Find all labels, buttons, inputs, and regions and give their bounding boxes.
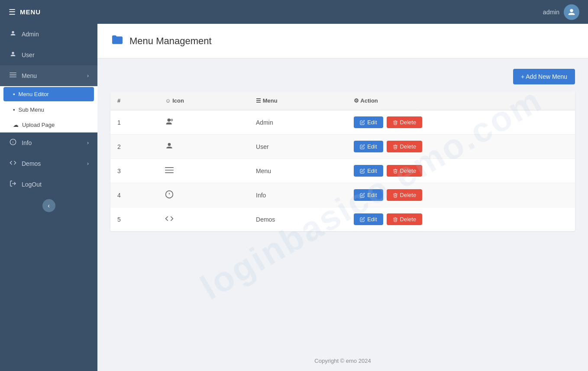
table-row: 2 User Edit xyxy=(110,135,575,159)
sidebar-label-user: User xyxy=(22,52,35,58)
row1-actions: Edit Delete xyxy=(347,110,575,135)
folder-icon xyxy=(110,32,124,49)
menu-editor-icon: ▪ xyxy=(13,91,15,97)
navbar-left: ☰ MENU xyxy=(9,7,41,17)
col-menu: ☰ Menu xyxy=(249,91,347,110)
demos-chevron-icon: › xyxy=(87,161,89,167)
row5-actions: Edit Delete xyxy=(347,207,575,232)
sub-menu-icon: ▪ xyxy=(13,106,15,113)
svg-point-0 xyxy=(570,9,573,12)
collapse-sidebar-button[interactable]: ‹ xyxy=(42,199,55,212)
row2-num: 2 xyxy=(110,135,158,159)
svg-rect-13 xyxy=(165,167,174,168)
sidebar: Admin User Menu › ▪ Menu Editor xyxy=(0,24,97,371)
svg-point-2 xyxy=(12,52,14,54)
col-number: # xyxy=(110,91,158,110)
svg-rect-4 xyxy=(10,74,16,75)
row2-actions: Edit Delete xyxy=(347,135,575,159)
navbar-right: admin xyxy=(543,4,579,20)
table-row: 5 Demos Edit xyxy=(110,207,575,232)
add-new-menu-button[interactable]: + Add New Menu xyxy=(513,69,575,84)
row3-num: 3 xyxy=(110,159,158,183)
sidebar-item-demos[interactable]: Demos › xyxy=(0,153,97,174)
avatar[interactable] xyxy=(564,4,579,20)
sidebar-item-user[interactable]: User xyxy=(0,45,97,65)
row3-delete-button[interactable]: Delete xyxy=(387,165,423,177)
svg-point-12 xyxy=(168,143,171,146)
sidebar-item-logout[interactable]: LogOut xyxy=(0,174,97,195)
row5-delete-button[interactable]: Delete xyxy=(387,213,423,225)
hamburger-icon[interactable]: ☰ xyxy=(9,7,16,17)
col-icon: ☺ Icon xyxy=(158,91,249,110)
user-icon xyxy=(9,51,17,59)
row2-edit-button[interactable]: Edit xyxy=(354,141,383,152)
admin-icon xyxy=(9,30,17,39)
row4-icon xyxy=(158,183,249,207)
table-body: 1 + Admin Edit xyxy=(110,110,575,232)
sidebar-item-admin[interactable]: Admin xyxy=(0,24,97,45)
sidebar-item-info[interactable]: i Info › xyxy=(0,132,97,153)
layout: Admin User Menu › ▪ Menu Editor xyxy=(0,24,588,371)
row2-icon xyxy=(158,135,249,159)
row4-edit-button[interactable]: Edit xyxy=(354,189,383,201)
navbar-title: MENU xyxy=(20,8,41,16)
toolbar: + Add New Menu xyxy=(110,69,575,84)
svg-rect-5 xyxy=(10,77,16,77)
info-chevron-icon: › xyxy=(87,140,89,146)
navbar-username: admin xyxy=(543,9,559,16)
row3-actions: Edit Delete xyxy=(347,159,575,183)
svg-text:+: + xyxy=(171,118,173,122)
table-header: # ☺ Icon ☰ Menu ⚙ Action xyxy=(110,91,575,110)
sidebar-item-menu[interactable]: Menu › xyxy=(0,65,97,86)
logout-icon xyxy=(9,180,17,189)
main-content: Menu Management + Add New Menu # ☺ Icon xyxy=(97,24,588,371)
menu-table-container: # ☺ Icon ☰ Menu ⚙ Action xyxy=(110,91,575,231)
svg-rect-14 xyxy=(165,170,174,171)
svg-point-9 xyxy=(168,119,171,122)
sidebar-label-logout: LogOut xyxy=(22,181,42,188)
row5-num: 5 xyxy=(110,207,158,232)
row5-edit-button[interactable]: Edit xyxy=(354,213,383,225)
info-icon: i xyxy=(9,139,17,147)
icon-col-prefix: ☺ xyxy=(165,97,172,104)
submenu-item-upload-page[interactable]: ☁ Upload Page xyxy=(0,117,97,132)
page-title: Menu Management xyxy=(129,35,212,47)
sidebar-label-info: Info xyxy=(22,139,32,146)
col-action: ⚙ Action xyxy=(347,91,575,110)
menu-icon xyxy=(9,71,17,80)
navbar: ☰ MENU admin xyxy=(0,0,588,24)
submenu-label-menu-editor: Menu Editor xyxy=(19,91,49,97)
row3-menu: Menu xyxy=(249,159,347,183)
row2-delete-button[interactable]: Delete xyxy=(387,141,423,152)
menu-chevron-icon: › xyxy=(87,73,89,79)
table-row: 1 + Admin Edit xyxy=(110,110,575,135)
row2-menu: User xyxy=(249,135,347,159)
footer-text: Copyright © emo 2024 xyxy=(314,358,371,364)
content-area: + Add New Menu # ☺ Icon ☰ Menu xyxy=(97,58,588,351)
demos-icon xyxy=(9,159,17,168)
row4-menu: Info xyxy=(249,183,347,207)
upload-page-icon: ☁ xyxy=(13,122,19,128)
row1-delete-button[interactable]: Delete xyxy=(387,116,423,128)
row1-menu: Admin xyxy=(249,110,347,135)
table-row: 3 Menu Edit xyxy=(110,159,575,183)
footer: Copyright © emo 2024 xyxy=(97,351,588,371)
row5-icon xyxy=(158,207,249,232)
submenu-item-menu-editor[interactable]: ▪ Menu Editor xyxy=(3,87,94,101)
row5-menu: Demos xyxy=(249,207,347,232)
submenu-item-sub-menu[interactable]: ▪ Sub Menu xyxy=(0,102,97,117)
submenu-panel: ▪ Menu Editor ▪ Sub Menu ☁ Upload Page xyxy=(0,86,97,132)
sidebar-label-demos: Demos xyxy=(22,160,41,167)
row4-num: 4 xyxy=(110,183,158,207)
row3-edit-button[interactable]: Edit xyxy=(354,165,383,177)
page-header: Menu Management xyxy=(97,24,588,58)
svg-text:i: i xyxy=(13,140,14,144)
menu-table: # ☺ Icon ☰ Menu ⚙ Action xyxy=(110,91,575,231)
row1-icon: + xyxy=(158,110,249,135)
row1-edit-button[interactable]: Edit xyxy=(354,116,383,128)
row4-delete-button[interactable]: Delete xyxy=(387,189,423,201)
svg-point-1 xyxy=(12,31,14,33)
table-row: 4 Info Edit xyxy=(110,183,575,207)
row1-num: 1 xyxy=(110,110,158,135)
row3-icon xyxy=(158,159,249,183)
